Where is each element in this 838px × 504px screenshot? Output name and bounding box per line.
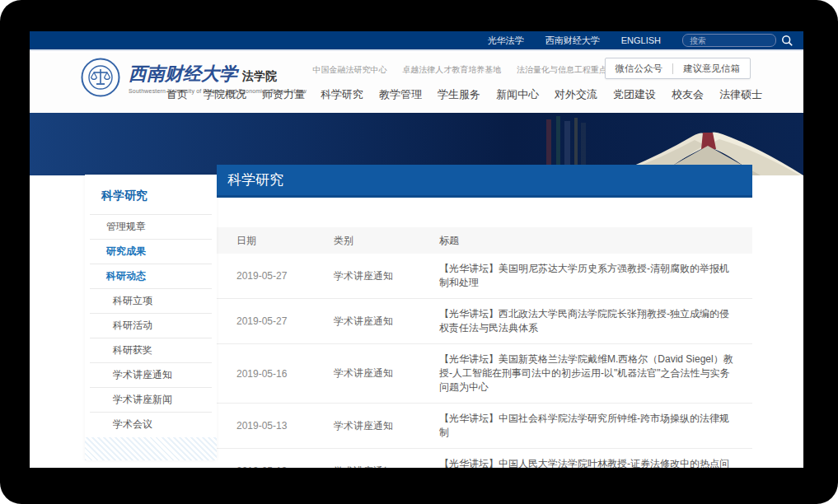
nav-item-jm[interactable]: 法律硕士 <box>719 87 762 102</box>
page-title: 科学研究 <box>217 165 283 195</box>
sidebar: 科学研究 管理规章 研究成果 科研动态 科研立项 科研活动 科研获奖 学术讲座通… <box>85 175 217 460</box>
sidebar-item-lecture-notices[interactable]: 学术讲座通知 <box>90 362 212 387</box>
row-title-link[interactable]: 【光华讲坛】美国新英格兰法学院戴维M.西格尔（David Siegel）教授-人… <box>439 352 752 394</box>
quick-links: 中国金融法研究中心 卓越法律人才教育培养基地 法治量化与信息工程重点实验室 <box>299 64 632 76</box>
wechat-account-button[interactable]: 微信公众号 <box>606 63 673 75</box>
row-title-link[interactable]: 【光华讲坛】西北政法大学民商法学院院长张翔教授-独立成编的侵权责任法与民法典体系 <box>439 307 752 335</box>
nav-item-exchange[interactable]: 对外交流 <box>555 87 597 102</box>
page-title-bar: 科学研究 <box>217 165 752 198</box>
nav-item-teaching[interactable]: 教学管理 <box>379 87 422 102</box>
nav-item-faculty[interactable]: 师资力量 <box>262 87 305 102</box>
top-utility-bar: 光华法学 西南财经大学 ENGLISH <box>30 31 803 51</box>
main-navigation: 首页 学院概况 师资力量 科学研究 教学管理 学生服务 新闻中心 对外交流 党团… <box>151 87 762 102</box>
nav-item-alumni[interactable]: 校友会 <box>672 87 704 102</box>
sidebar-item-academic-conference[interactable]: 学术会议 <box>90 412 212 436</box>
nav-item-party[interactable]: 党团建设 <box>613 87 656 102</box>
nav-item-home[interactable]: 首页 <box>166 87 188 102</box>
quick-link-finance-law-center[interactable]: 中国金融法研究中心 <box>312 65 386 74</box>
quick-link-legal-talent-base[interactable]: 卓越法律人才教育培养基地 <box>402 65 501 74</box>
logo-title: 西南财经大学 <box>129 63 237 84</box>
sidebar-item-research-news[interactable]: 科研动态 <box>90 264 212 288</box>
sidebar-item-research-activities[interactable]: 科研活动 <box>90 313 212 338</box>
sidebar-item-lecture-news[interactable]: 学术讲座新闻 <box>90 387 212 412</box>
row-category: 学术讲座通知 <box>334 419 439 433</box>
row-title-link[interactable]: 【光华讲坛】美国明尼苏达大学历史系方强教授-清朝腐败的举报机制和处理 <box>439 262 752 290</box>
row-category: 学术讲座通知 <box>334 269 439 283</box>
row-date: 2019-05-27 <box>217 315 334 327</box>
sidebar-title: 科学研究 <box>85 175 217 214</box>
magnifier-icon[interactable] <box>781 35 794 47</box>
table-row[interactable]: 2019-05-13 学术讲座通知 【光华讲坛】中国社会科学院法学研究所钟维-跨… <box>217 404 752 449</box>
topbar-link-english[interactable]: ENGLISH <box>621 35 661 45</box>
logo-suffix: 法学院 <box>242 69 277 82</box>
nav-item-student-services[interactable]: 学生服务 <box>438 87 480 102</box>
row-category: 学术讲座通知 <box>334 315 439 329</box>
column-header-category: 类别 <box>334 234 439 248</box>
site-header: 西南财经大学法学院 Southwestern University of Fin… <box>30 53 803 113</box>
table-header: 日期 类别 标题 <box>217 227 752 254</box>
article-list: 日期 类别 标题 2019-05-27 学术讲座通知 【光华讲坛】美国明尼苏达大… <box>217 227 752 468</box>
table-row[interactable]: 2019-05-16 学术讲座通知 【光华讲坛】美国新英格兰法学院戴维M.西格尔… <box>217 344 752 404</box>
topbar-link-guanghua-law[interactable]: 光华法学 <box>488 35 524 47</box>
nav-item-research[interactable]: 科学研究 <box>321 87 363 102</box>
row-date: 2019-05-16 <box>217 368 334 380</box>
sidebar-item-research-results[interactable]: 研究成果 <box>90 239 212 264</box>
row-category: 学术讲座通知 <box>334 366 439 380</box>
suggestion-mailbox-button[interactable]: 建议意见信箱 <box>673 63 750 75</box>
nav-item-overview[interactable]: 学院概况 <box>204 87 246 102</box>
sidebar-hatch-decoration <box>85 437 217 460</box>
sidebar-item-project-approval[interactable]: 科研立项 <box>90 288 212 313</box>
table-row[interactable]: 2019-05-27 学术讲座通知 【光华讲坛】西北政法大学民商法学院院长张翔教… <box>217 299 752 344</box>
seal-icon <box>81 58 120 97</box>
row-category: 学术讲座通知 <box>334 464 439 469</box>
search-input[interactable] <box>682 34 776 47</box>
header-buttons: 微信公众号 建议意见信箱 <box>605 58 751 79</box>
column-header-title: 标题 <box>439 234 752 248</box>
nav-item-news[interactable]: 新闻中心 <box>496 87 539 102</box>
row-date: 2019-05-27 <box>217 270 334 282</box>
row-title-link[interactable]: 【光华讲坛】中国人民大学法学院叶林教授-证券法修改中的热点问题 <box>439 457 752 468</box>
browser-viewport: 光华法学 西南财经大学 ENGLISH 西南财经大学法 <box>30 31 803 468</box>
row-date: 2019-05-13 <box>217 465 334 468</box>
sidebar-item-regulations[interactable]: 管理规章 <box>90 214 212 239</box>
table-row[interactable]: 2019-05-13 学术讲座通知 【光华讲坛】中国人民大学法学院叶林教授-证券… <box>217 449 752 468</box>
topbar-link-swufe[interactable]: 西南财经大学 <box>545 35 600 47</box>
device-frame: 光华法学 西南财经大学 ENGLISH 西南财经大学法 <box>0 0 838 504</box>
row-date: 2019-05-13 <box>217 420 334 432</box>
column-header-date: 日期 <box>217 234 334 248</box>
sidebar-item-research-awards[interactable]: 科研获奖 <box>90 338 212 362</box>
table-row[interactable]: 2019-05-27 学术讲座通知 【光华讲坛】美国明尼苏达大学历史系方强教授-… <box>217 254 752 299</box>
row-title-link[interactable]: 【光华讲坛】中国社会科学院法学研究所钟维-跨市场操纵的法律规制 <box>439 412 752 440</box>
